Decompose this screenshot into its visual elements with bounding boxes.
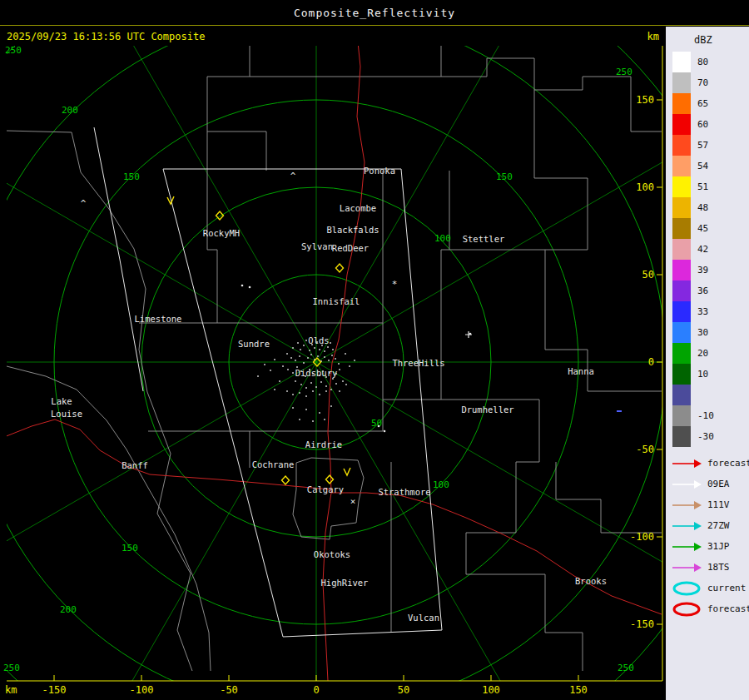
legend-label: 31JP [707, 541, 730, 552]
scale-row: 20 [672, 343, 714, 364]
echo-dot [282, 365, 284, 367]
arrow-icon [671, 497, 702, 514]
scale-row [672, 385, 714, 405]
city-label-airdrie: Airdrie [305, 439, 342, 449]
echo-dot [300, 384, 302, 385]
city-label-lacombe: Lacombe [340, 203, 376, 213]
echo-dot [331, 355, 333, 356]
city-label-calgary: Calgary [307, 484, 344, 494]
legend-label: forecast [707, 603, 749, 614]
boundary-path [7, 366, 211, 671]
legend-item: 09EA [671, 474, 749, 494]
range-label: 250 [618, 663, 634, 673]
legend-item: forecast [671, 453, 749, 474]
range-label: 200 [60, 604, 77, 615]
echo-dot [345, 384, 347, 385]
city-label-cochrane: Cochrane [252, 459, 295, 469]
city-labels: PonokaLacombeBlackfaldsSylvanRedDeerStet… [51, 166, 607, 623]
storm-symbol-marker [344, 468, 350, 475]
y-axis-unit: km [629, 31, 659, 42]
echo-dot [309, 350, 310, 351]
legend-label: current [707, 583, 746, 593]
scale-swatch [672, 301, 691, 322]
city-label-threehills: ThreeHills [392, 358, 444, 368]
echo-dot [324, 350, 325, 352]
echo-dot [335, 383, 337, 385]
boundary-path [7, 131, 192, 671]
range-label: 200 [62, 105, 78, 116]
scale-swatch [672, 364, 691, 385]
scale-value: 48 [697, 197, 708, 218]
scale-value: 70 [697, 72, 708, 93]
y-tick-label: 100 [636, 181, 654, 193]
radar-site-marker [326, 475, 334, 484]
echo-dot [310, 382, 312, 384]
scale-value: 45 [697, 218, 708, 239]
echo-dot [305, 409, 307, 410]
echo-dot [303, 362, 305, 364]
boundary-path [466, 400, 583, 671]
echo-dot [332, 378, 334, 380]
window-title: Composite_Reflectivity [294, 7, 455, 19]
ellipse-icon [671, 580, 702, 597]
scale-swatch [672, 197, 691, 218]
scale-swatch [672, 114, 691, 135]
echo-dot [339, 390, 340, 392]
range-ring-200 [0, 12, 666, 700]
echo-dot [328, 360, 330, 361]
echo-dot [307, 357, 309, 359]
scale-value: 33 [697, 301, 708, 322]
echo-dot [330, 389, 332, 390]
scale-swatch [672, 93, 691, 114]
scale-swatch [672, 218, 691, 239]
scale-row: 70 [672, 72, 714, 93]
ellipse-icon [671, 601, 702, 618]
symbol-legend: forecast09EA111V27ZW31JP18TScurrentforec… [671, 453, 749, 619]
title-bar[interactable]: Composite_Reflectivity [0, 0, 749, 26]
range-label: 50 [371, 418, 382, 429]
echo-dot [319, 349, 320, 350]
x-axis-unit: km [5, 684, 17, 696]
echo-dot [270, 370, 271, 371]
scale-swatch [672, 260, 691, 280]
echo-speck-marker [384, 430, 386, 433]
scale-value: -30 [697, 426, 714, 447]
echo-dot [303, 345, 305, 346]
scale-swatch [672, 176, 691, 197]
echo-dot [312, 390, 314, 392]
scale-row: 30 [672, 322, 714, 343]
echo-dot [305, 387, 307, 389]
echo-dot [274, 389, 275, 390]
scale-row: 65 [672, 93, 714, 114]
city-label-highriver: HighRiver [321, 578, 369, 588]
arrow-icon [671, 518, 702, 534]
range-label: 150 [496, 171, 513, 182]
radar-display[interactable]: 15020025010015025050100150200250250 Pono… [0, 0, 749, 700]
scale-swatch [672, 343, 691, 364]
scale-swatch [672, 405, 691, 426]
site-markers: *×^^ [81, 171, 622, 507]
legend-item: 111V [671, 494, 749, 515]
echo-dot [286, 353, 288, 355]
city-label-innisfail: Innisfail [313, 296, 360, 306]
x-tick-label: 0 [313, 684, 319, 696]
scale-row: 10 [672, 364, 714, 385]
echo-dot [319, 394, 320, 395]
scale-row: 39 [672, 260, 714, 280]
radar-site-marker [336, 264, 344, 272]
echo-dot [299, 419, 300, 420]
azimuth-spoke [0, 362, 316, 618]
echo-dot [292, 372, 294, 374]
legend-item: 27ZW [671, 515, 749, 536]
echo-dot [320, 381, 322, 383]
scale-value: 51 [697, 176, 708, 197]
county-boundaries [7, 26, 662, 671]
echo-dot [317, 355, 319, 357]
city-label-drumheller: Drumheller [461, 405, 513, 415]
echo-dot [292, 347, 294, 349]
echo-dot [292, 407, 294, 409]
scale-swatch [672, 280, 691, 301]
echo-dot [299, 392, 300, 394]
echo-dot [330, 405, 332, 407]
city-label-blackfalds: Blackfalds [326, 225, 379, 235]
